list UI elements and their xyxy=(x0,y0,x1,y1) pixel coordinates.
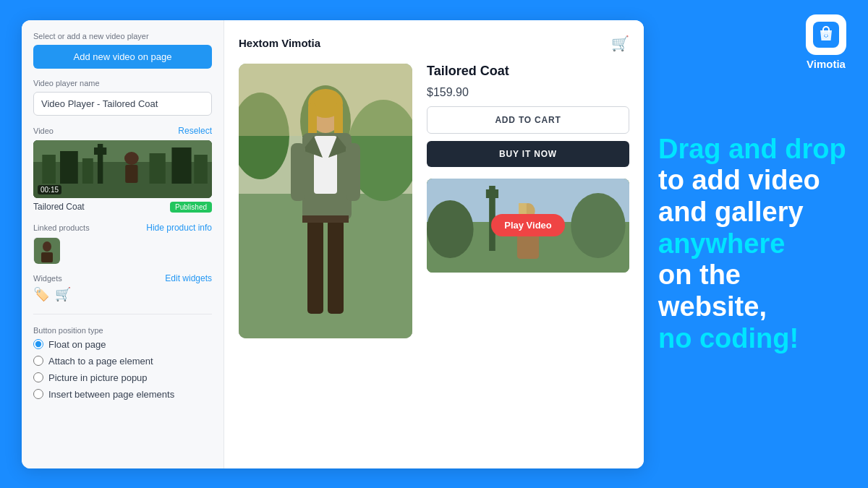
svg-point-42 xyxy=(427,200,474,258)
video-section-header: Video Reselect xyxy=(33,126,212,136)
video-player-name-input[interactable] xyxy=(33,92,212,116)
svg-rect-13 xyxy=(125,165,137,183)
promo-line6: no coding! xyxy=(658,323,846,355)
video-time: 00:15 xyxy=(38,185,61,194)
promo-heading: Drag and drop to add video and gallery a… xyxy=(658,134,846,355)
svg-point-43 xyxy=(571,193,625,258)
vimotia-bag-icon xyxy=(816,25,836,45)
svg-point-12 xyxy=(124,152,139,165)
add-video-button[interactable]: Add new video on page xyxy=(33,45,212,69)
radio-group: Float on page Attach to a page element P… xyxy=(33,339,212,400)
buy-it-now-button[interactable]: BUY IT NOW xyxy=(427,141,629,167)
promo-line3: and gallery xyxy=(658,197,846,228)
svg-rect-35 xyxy=(291,143,305,201)
store-name: Hextom Vimotia xyxy=(239,37,320,49)
svg-rect-7 xyxy=(150,153,166,184)
radio-attach-element[interactable]: Attach to a page element xyxy=(33,356,212,367)
svg-rect-11 xyxy=(94,147,106,155)
svg-rect-6 xyxy=(82,158,93,184)
product-thumb-svg xyxy=(34,238,60,264)
published-badge: Published xyxy=(170,202,212,213)
promo-line4: anywhere xyxy=(658,228,846,260)
add-to-cart-button[interactable]: ADD TO CART xyxy=(427,106,629,134)
hide-product-info-link[interactable]: Hide product info xyxy=(146,223,212,233)
product-price: $159.90 xyxy=(427,86,629,99)
play-video-button[interactable]: Play Video xyxy=(491,214,565,236)
radio-attach-input[interactable] xyxy=(33,356,43,366)
cart-widget-icon: 🛒 xyxy=(55,286,71,302)
name-section: Video player name xyxy=(33,79,212,116)
right-panel: Hextom Vimotia 🛒 xyxy=(224,20,644,468)
widget-icons: 🏷️ 🛒 xyxy=(33,286,212,302)
logo-icon-container xyxy=(806,14,846,55)
svg-rect-5 xyxy=(60,151,78,184)
radio-float-on-page[interactable]: Float on page xyxy=(33,339,212,350)
widgets-header: Widgets Edit widgets xyxy=(33,273,212,283)
svg-point-15 xyxy=(43,241,51,252)
svg-rect-8 xyxy=(171,147,191,184)
widgets-section: Widgets Edit widgets 🏷️ 🛒 xyxy=(33,273,212,302)
radio-pip-label: Picture in picture popup xyxy=(48,372,148,383)
video-preview-thumbnail[interactable]: Play Video xyxy=(427,179,629,273)
button-position-label: Button position type xyxy=(33,326,212,335)
cart-icon: 🛒 xyxy=(611,35,629,52)
preview-content: Tailored Coat $159.90 ADD TO CART BUY IT… xyxy=(239,64,629,454)
svg-rect-34 xyxy=(302,215,349,223)
product-thumbnail xyxy=(33,237,59,263)
svg-rect-32 xyxy=(307,220,323,314)
main-product-image xyxy=(239,64,412,338)
svg-rect-4 xyxy=(42,155,56,184)
main-card: Select or add a new video player Add new… xyxy=(22,20,644,468)
widgets-label: Widgets xyxy=(33,274,62,283)
promo-line1: Drag and drop xyxy=(658,134,846,166)
preview-header: Hextom Vimotia 🛒 xyxy=(239,35,629,52)
radio-insert-between[interactable]: Insert between page elements xyxy=(33,389,212,400)
linked-products-section: Linked products Hide product info xyxy=(33,223,212,263)
svg-rect-36 xyxy=(346,143,360,201)
svg-rect-41 xyxy=(486,189,498,198)
svg-rect-9 xyxy=(194,155,208,184)
left-panel: Select or add a new video player Add new… xyxy=(22,20,224,468)
radio-picture-popup[interactable]: Picture in picture popup xyxy=(33,372,212,383)
reselect-link[interactable]: Reselect xyxy=(178,126,212,136)
linked-products-header: Linked products Hide product info xyxy=(33,223,212,233)
video-section: Video Reselect xyxy=(33,126,212,213)
name-section-label: Video player name xyxy=(33,79,212,87)
product-image-svg xyxy=(239,64,412,338)
video-thumbnail[interactable]: 00:15 xyxy=(33,140,212,198)
svg-rect-16 xyxy=(41,252,53,262)
select-section-label: Select or add a new video player xyxy=(33,32,212,40)
radio-attach-label: Attach to a page element xyxy=(48,356,153,367)
linked-products-label: Linked products xyxy=(33,223,90,232)
radio-float-input[interactable] xyxy=(33,339,43,349)
promo-line2: to add video xyxy=(658,165,846,197)
product-info: Tailored Coat $159.90 ADD TO CART BUY IT… xyxy=(427,64,629,454)
edit-widgets-link[interactable]: Edit widgets xyxy=(165,273,212,283)
logo-icon-inner xyxy=(813,22,839,48)
button-position-section: Button position type Float on page Attac… xyxy=(33,326,212,400)
divider xyxy=(33,314,212,314)
video-thumb-inner: 00:15 xyxy=(33,140,212,198)
logo-area: Vimotia xyxy=(806,14,846,70)
promo-text-area: Drag and drop to add video and gallery a… xyxy=(644,134,846,355)
logo-name: Vimotia xyxy=(807,58,846,70)
video-name: Tailored Coat xyxy=(33,202,85,212)
select-label-section: Select or add a new video player Add new… xyxy=(33,32,212,69)
radio-pip-input[interactable] xyxy=(33,372,43,382)
video-meta: Tailored Coat Published xyxy=(33,202,212,213)
radio-float-label: Float on page xyxy=(48,339,106,350)
radio-insert-label: Insert between page elements xyxy=(48,389,174,400)
svg-rect-33 xyxy=(328,220,344,314)
tag-widget-icon: 🏷️ xyxy=(33,286,49,302)
video-label: Video xyxy=(33,127,54,135)
product-title: Tailored Coat xyxy=(427,64,629,79)
promo-line5: on the website, xyxy=(658,260,846,322)
radio-insert-input[interactable] xyxy=(33,389,43,399)
